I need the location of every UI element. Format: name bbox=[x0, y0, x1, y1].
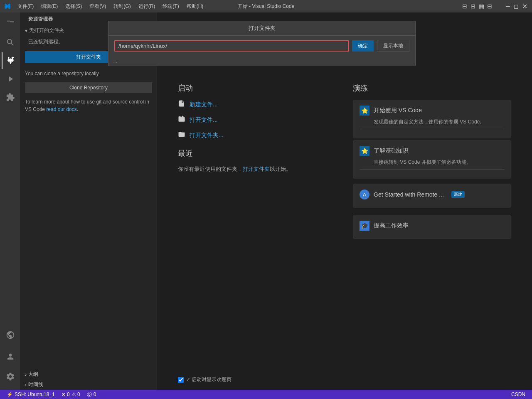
walkthrough-remote-title: Get Started with Remote ... bbox=[374, 191, 444, 198]
new-file-action[interactable]: 新建文件... bbox=[178, 100, 336, 109]
statusbar-ports: 0 bbox=[94, 392, 96, 397]
activity-run-icon[interactable] bbox=[2, 71, 18, 87]
show-welcome-checkbox[interactable] bbox=[178, 377, 184, 383]
dialog-local-button[interactable]: 显示本地 bbox=[377, 40, 409, 52]
new-file-label: 新建文件... bbox=[190, 101, 218, 108]
activity-explorer-icon[interactable] bbox=[2, 16, 18, 32]
statusbar-errors: ⊗ 0 bbox=[62, 392, 70, 397]
clone-repository-button[interactable]: Clone Repository bbox=[25, 82, 152, 93]
customize-icon[interactable]: ⊟ bbox=[486, 3, 493, 10]
statusbar-remote-label: SSH: Ubuntu18_1 bbox=[15, 392, 55, 397]
breadcrumb-parent[interactable]: .. bbox=[114, 58, 117, 64]
layout2-icon[interactable]: ▦ bbox=[478, 3, 485, 10]
menu-file[interactable]: 文件(F) bbox=[14, 1, 37, 12]
walkthrough-productivity-title: 提高工作效率 bbox=[374, 222, 409, 229]
menu-run[interactable]: 运行(R) bbox=[135, 1, 159, 12]
chevron-right-icon: › bbox=[25, 372, 27, 377]
walkthrough-basics-header: ⭐ 了解基础知识 bbox=[360, 146, 505, 156]
walkthrough-vscode[interactable]: ⭐ 开始使用 VS Code 发现最佳的自定义方法，使用你的专属 VS Code… bbox=[353, 100, 511, 138]
walkthrough-productivity-icon: 🎓 bbox=[360, 221, 369, 231]
titlebar-menu: 文件(F) 编辑(E) 选择(S) 查看(V) 转到(G) 运行(R) 终端(T… bbox=[14, 1, 207, 12]
walkthrough-remote[interactable]: A Get Started with Remote ... 新建 bbox=[353, 184, 511, 208]
walkthrough-productivity-header: 🎓 提高工作效率 bbox=[360, 221, 505, 231]
open-folder-dialog: 打开文件夹 确定 显示本地 .. bbox=[108, 21, 416, 66]
walkthrough-remote-header: A Get Started with Remote ... 新建 bbox=[360, 190, 505, 200]
outline-panel[interactable]: › 大纲 bbox=[20, 369, 157, 379]
statusbar-csdn[interactable]: CSDN bbox=[508, 392, 529, 397]
activity-extensions-icon[interactable] bbox=[2, 89, 18, 106]
restore-button[interactable]: ◻ bbox=[513, 3, 520, 10]
activity-search-icon[interactable] bbox=[2, 34, 18, 51]
chevron-right-icon-2: › bbox=[25, 382, 27, 388]
sidebar-bottom-panels: › 大纲 › 时间线 bbox=[20, 369, 157, 390]
open-folder-label: 打开文件夹... bbox=[190, 132, 224, 139]
folder-path-input[interactable] bbox=[114, 40, 349, 52]
open-folder-icon bbox=[178, 131, 185, 140]
statusbar-right: CSDN bbox=[508, 392, 529, 397]
start-section-title: 启动 bbox=[178, 83, 336, 93]
statusbar-warnings: ⚠ 0 bbox=[71, 392, 80, 397]
welcome-footer: ✓ 启动时显示欢迎页 bbox=[157, 373, 532, 387]
timeline-panel[interactable]: › 时间线 bbox=[20, 379, 157, 390]
open-file-action[interactable]: 打开文件... bbox=[178, 115, 336, 125]
statusbar-ports-item[interactable]: ⓪ 0 bbox=[84, 390, 100, 399]
walkthrough-star-icon: ⭐ bbox=[360, 106, 369, 116]
port-icon: ⓪ bbox=[87, 391, 92, 398]
walkthrough-basics-desc: 直接跳转到 VS Code 并概要了解必备功能。 bbox=[360, 158, 505, 166]
window-title: 开始 - Visual Studio Code bbox=[238, 3, 295, 10]
menu-help[interactable]: 帮助(H) bbox=[183, 1, 207, 12]
activity-remote-icon[interactable] bbox=[2, 327, 18, 343]
open-folder-link[interactable]: 打开文件夹 bbox=[243, 166, 270, 172]
open-folder-action[interactable]: 打开文件夹... bbox=[178, 131, 336, 140]
titlebar-left: 文件(F) 编辑(E) 选择(S) 查看(V) 转到(G) 运行(R) 终端(T… bbox=[4, 1, 207, 12]
statusbar-errors-item[interactable]: ⊗ 0 ⚠ 0 bbox=[58, 390, 84, 399]
new-file-icon bbox=[178, 100, 185, 109]
walkthrough-basics-star-icon: ⭐ bbox=[360, 146, 369, 156]
open-file-icon bbox=[178, 115, 185, 125]
walkthrough-vscode-desc: 发现最佳的自定义方法，使用你的专属 VS Code。 bbox=[360, 118, 505, 126]
dialog-body: 确定 显示本地 bbox=[108, 36, 415, 56]
git-desc: To learn more about how to use git and s… bbox=[20, 95, 157, 116]
walkthrough-divider-2 bbox=[360, 169, 505, 170]
window-controls: ⊟ ⊟ ▦ ⊟ ─ ◻ ✕ bbox=[461, 3, 528, 10]
welcome-left-col: 启动 新建文件... 打开文件... bbox=[178, 83, 336, 244]
activity-settings-icon[interactable] bbox=[2, 368, 18, 385]
chevron-down-icon: ▾ bbox=[25, 28, 27, 34]
menu-terminal[interactable]: 终端(T) bbox=[159, 1, 182, 12]
titlebar: 文件(F) 编辑(E) 选择(S) 查看(V) 转到(G) 运行(R) 终端(T… bbox=[0, 0, 532, 12]
split-icon[interactable]: ⊟ bbox=[470, 3, 476, 10]
walkthrough-basics[interactable]: ⭐ 了解基础知识 直接跳转到 VS Code 并概要了解必备功能。 bbox=[353, 140, 511, 179]
recent-section: 最近 你没有最近使用的文件夹，打开文件夹以开始。 bbox=[178, 148, 336, 174]
activity-account-icon[interactable] bbox=[2, 348, 18, 365]
dialog-title: 打开文件夹 bbox=[108, 21, 415, 36]
walkthrough-basics-title: 了解基础知识 bbox=[374, 147, 409, 155]
close-button[interactable]: ✕ bbox=[521, 3, 528, 10]
menu-view[interactable]: 查看(V) bbox=[86, 1, 109, 12]
read-docs-link[interactable]: read our docs bbox=[46, 106, 76, 112]
remote-new-badge: 新建 bbox=[451, 191, 465, 198]
walkthrough-remote-icon: A bbox=[360, 190, 369, 200]
minimize-button[interactable]: ─ bbox=[505, 3, 511, 10]
statusbar-csdn-label: CSDN bbox=[511, 392, 525, 397]
dialog-breadcrumb: .. bbox=[108, 56, 415, 66]
welcome-grid: 启动 新建文件... 打开文件... bbox=[178, 83, 511, 244]
dialog-confirm-button[interactable]: 确定 bbox=[352, 40, 374, 52]
walkthrough-divider-3 bbox=[353, 213, 511, 213]
walkthrough-divider bbox=[360, 129, 505, 129]
remote-connection-icon: ⚡ bbox=[7, 392, 13, 397]
menu-goto[interactable]: 转到(G) bbox=[110, 1, 134, 12]
menu-edit[interactable]: 编辑(E) bbox=[38, 1, 61, 12]
layout-icon[interactable]: ⊟ bbox=[461, 3, 468, 10]
activity-source-control-icon[interactable] bbox=[2, 52, 18, 69]
show-welcome-label: ✓ 启动时显示欢迎页 bbox=[186, 376, 232, 383]
walkthrough-productivity[interactable]: 🎓 提高工作效率 bbox=[353, 215, 511, 239]
activity-bottom bbox=[2, 327, 18, 390]
walkthrough-section-title: 演练 bbox=[353, 83, 511, 93]
sidebar: 资源管理器 ▾ 无打开的文件夹 已连接到远程。 打开文件夹 You can cl… bbox=[20, 12, 157, 390]
welcome-right-col: 演练 ⭐ 开始使用 VS Code 发现最佳的自定义方法，使用你的专属 VS C… bbox=[353, 83, 511, 244]
recent-section-title: 最近 bbox=[178, 148, 336, 158]
statusbar: ⚡ SSH: Ubuntu18_1 ⊗ 0 ⚠ 0 ⓪ 0 CSDN bbox=[0, 390, 532, 399]
menu-select[interactable]: 选择(S) bbox=[62, 1, 85, 12]
vscode-logo-icon bbox=[4, 3, 11, 10]
statusbar-remote-item[interactable]: ⚡ SSH: Ubuntu18_1 bbox=[3, 390, 58, 399]
